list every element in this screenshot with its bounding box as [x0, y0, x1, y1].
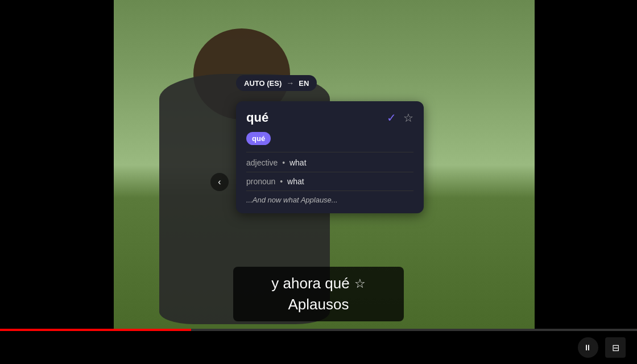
popup-header: qué ✓ ☆	[246, 110, 413, 125]
definitions-section: adjective • what pronoun • what ...And n…	[246, 152, 413, 204]
popup-actions: ✓ ☆	[387, 111, 413, 125]
source-language: AUTO (ES)	[244, 79, 282, 88]
subtitle-overlay: y ahora qué ☆ Aplausos	[233, 267, 404, 321]
definition-row-1: adjective • what	[246, 158, 413, 167]
left-arrow-icon: ‹	[218, 177, 221, 187]
subtitle-line-1: y ahora qué ☆	[250, 275, 387, 292]
star-button[interactable]: ☆	[403, 111, 413, 125]
target-language: EN	[299, 79, 309, 88]
pause-icon: ⏸	[584, 343, 593, 352]
part-of-speech-1: adjective	[246, 158, 278, 167]
meaning-1: what	[289, 158, 307, 167]
video-player: AUTO (ES) → EN qué ✓ ☆ qué adjective • w…	[0, 0, 637, 364]
check-button[interactable]: ✓	[387, 111, 396, 125]
pause-button[interactable]: ⏸	[578, 337, 598, 358]
word-chip[interactable]: qué	[246, 132, 271, 145]
translation-popup: AUTO (ES) → EN qué ✓ ☆ qué adjective • w…	[236, 101, 424, 213]
part-of-speech-2: pronoun	[246, 177, 275, 186]
video-left-bar	[0, 0, 114, 330]
bullet-2: •	[280, 177, 283, 186]
video-right-bar	[535, 0, 637, 330]
controls-bar: ⏸ ⊟	[0, 331, 637, 364]
subtitle-line-2: Aplausos	[250, 296, 387, 313]
definition-divider	[246, 172, 413, 172]
subtitle-text-1: y ahora qué	[271, 275, 349, 292]
context-sentence: ...And now what Applause...	[246, 196, 413, 204]
popup-word: qué	[246, 110, 268, 125]
bullet-1: •	[282, 158, 285, 167]
prev-arrow-button[interactable]: ‹	[210, 173, 229, 191]
meaning-2: what	[287, 177, 304, 186]
definition-row-2: pronoun • what	[246, 177, 413, 186]
subtitles-button[interactable]: ⊟	[605, 337, 626, 358]
lang-arrow-icon: →	[286, 78, 294, 88]
language-bar: AUTO (ES) → EN	[236, 75, 317, 91]
subtitles-icon: ⊟	[612, 342, 619, 353]
subtitle-star-icon[interactable]: ☆	[354, 276, 366, 291]
definition-divider-2	[246, 191, 413, 191]
